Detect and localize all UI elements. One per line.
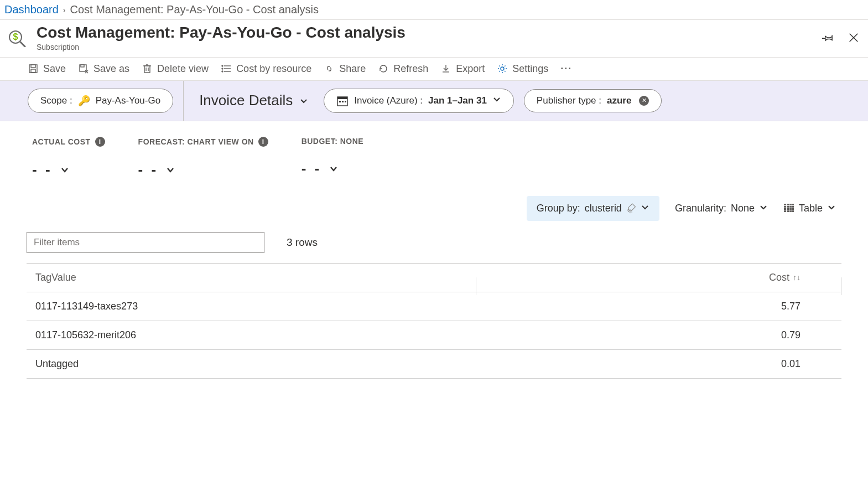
cost-table: TagValue Cost ↑↓ 0117-113149-taxes273 5.… <box>27 263 841 380</box>
refresh-icon <box>378 63 389 74</box>
page-subtitle: Subscription <box>37 43 822 51</box>
close-icon[interactable] <box>847 31 860 44</box>
chevron-down-icon <box>827 203 836 214</box>
svg-rect-40 <box>792 208 794 210</box>
actual-cost-value: - - <box>32 161 53 178</box>
share-button[interactable]: Share <box>324 63 366 75</box>
group-by-selector[interactable]: Group by: clusterid 🏷 <box>527 196 659 221</box>
scope-bar: Scope : 🔑 Pay-As-You-Go Invoice Details … <box>0 81 868 121</box>
export-button[interactable]: Export <box>440 63 485 75</box>
chevron-down-icon <box>329 160 338 177</box>
pin-icon[interactable] <box>822 31 835 44</box>
budget-value-row[interactable]: - - <box>302 160 364 177</box>
svg-rect-27 <box>342 101 344 102</box>
forecast-value: - - <box>138 161 159 178</box>
cell-cost: 0.01 <box>476 358 841 370</box>
granularity-value: None <box>731 203 755 214</box>
refresh-button[interactable]: Refresh <box>378 63 428 75</box>
view-selector[interactable]: Invoice Details <box>194 92 314 109</box>
svg-rect-26 <box>339 101 341 102</box>
svg-rect-43 <box>789 210 792 212</box>
column-header-cost[interactable]: Cost ↑↓ <box>476 272 841 283</box>
refresh-label: Refresh <box>393 63 428 75</box>
svg-point-23 <box>501 67 504 70</box>
view-name: Invoice Details <box>199 92 293 109</box>
view-mode-selector[interactable]: Table <box>783 203 836 214</box>
forecast-value-row[interactable]: - - <box>138 161 268 178</box>
controls-row: Group by: clusterid 🏷 Granularity: None … <box>0 188 868 232</box>
trash-icon <box>142 63 153 74</box>
chevron-down-icon <box>299 92 308 109</box>
list-icon <box>221 63 232 74</box>
granularity-selector[interactable]: Granularity: None <box>675 203 768 214</box>
forecast-card: FORECAST: CHART VIEW ON i - - <box>138 137 268 178</box>
share-label: Share <box>339 63 366 75</box>
granularity-label: Granularity: <box>675 203 726 214</box>
filter-row: 3 rows <box>0 232 868 263</box>
svg-rect-25 <box>337 97 347 99</box>
filter-input[interactable] <box>27 232 264 253</box>
publisher-label: Publisher type : <box>537 95 601 106</box>
budget-label: BUDGET: NONE <box>302 137 364 146</box>
table-row[interactable]: Untagged 0.01 <box>27 349 841 378</box>
svg-rect-41 <box>784 210 786 212</box>
svg-rect-31 <box>789 204 792 205</box>
group-by-label: Group by: <box>537 203 580 214</box>
chevron-down-icon <box>492 95 501 106</box>
svg-rect-39 <box>789 208 792 210</box>
svg-rect-7 <box>31 69 35 73</box>
actual-cost-label: ACTUAL COST <box>32 137 91 146</box>
calendar-icon <box>336 95 349 107</box>
more-button[interactable]: ··· <box>560 63 572 75</box>
view-mode-value: Table <box>799 203 823 214</box>
budget-value: - - <box>302 160 322 177</box>
column-header-tagvalue[interactable]: TagValue <box>27 272 476 283</box>
invoice-pill[interactable]: Invoice (Azure) : Jan 1–Jan 31 <box>324 89 514 113</box>
cost-by-resource-label: Cost by resource <box>236 63 311 75</box>
scope-label: Scope : <box>40 95 72 106</box>
table-header: TagValue Cost ↑↓ <box>27 263 841 292</box>
settings-button[interactable]: Settings <box>497 63 548 75</box>
save-as-button[interactable]: Save as <box>78 63 129 75</box>
breadcrumb-root-link[interactable]: Dashboard <box>4 3 59 16</box>
page-header: $ Cost Management: Pay-As-You-Go - Cost … <box>0 20 868 58</box>
chevron-down-icon <box>166 161 175 178</box>
gear-icon <box>497 63 508 74</box>
svg-rect-28 <box>345 101 346 102</box>
settings-label: Settings <box>512 63 548 75</box>
table-icon <box>783 203 794 214</box>
column-header-cost-label: Cost <box>769 272 789 283</box>
svg-text:$: $ <box>13 32 18 42</box>
info-icon[interactable]: i <box>95 137 105 147</box>
breadcrumb-current: Cost Management: Pay-As-You-Go - Cost an… <box>70 3 319 16</box>
svg-rect-30 <box>787 204 789 205</box>
row-count: 3 rows <box>287 236 318 249</box>
publisher-type-pill[interactable]: Publisher type : azure ✕ <box>524 89 662 112</box>
svg-rect-44 <box>792 210 794 212</box>
svg-rect-34 <box>787 206 789 208</box>
cost-by-resource-button[interactable]: Cost by resource <box>221 63 311 75</box>
scope-pill[interactable]: Scope : 🔑 Pay-As-You-Go <box>28 89 173 113</box>
link-icon <box>324 63 335 74</box>
save-label: Save <box>43 63 66 75</box>
toolbar: Save Save as Delete view Cost by resourc… <box>0 58 868 81</box>
table-row[interactable]: 0117-113149-taxes273 5.77 <box>27 292 841 321</box>
sort-icon: ↑↓ <box>793 273 801 282</box>
remove-filter-icon[interactable]: ✕ <box>639 96 649 106</box>
chevron-down-icon <box>60 161 69 178</box>
info-icon[interactable]: i <box>258 137 268 147</box>
svg-line-1 <box>20 42 25 47</box>
group-by-value: clusterid <box>585 203 622 214</box>
save-button[interactable]: Save <box>28 63 66 75</box>
svg-rect-33 <box>784 206 786 208</box>
svg-rect-6 <box>31 65 35 68</box>
delete-view-button[interactable]: Delete view <box>142 63 209 75</box>
cell-tagvalue: 0117-105632-merit206 <box>27 329 476 341</box>
svg-point-18 <box>222 65 223 66</box>
chevron-down-icon <box>759 203 768 214</box>
breadcrumb: Dashboard › Cost Management: Pay-As-You-… <box>0 0 868 20</box>
actual-cost-value-row[interactable]: - - <box>32 161 105 178</box>
stats-row: ACTUAL COST i - - FORECAST: CHART VIEW O… <box>0 121 868 188</box>
tag-icon: 🏷 <box>623 201 639 216</box>
table-row[interactable]: 0117-105632-merit206 0.79 <box>27 321 841 349</box>
